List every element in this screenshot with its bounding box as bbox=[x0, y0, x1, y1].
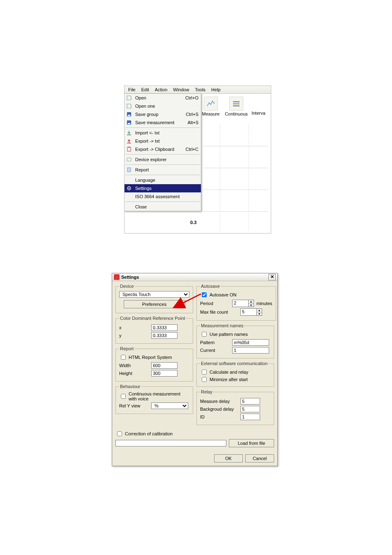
svg-rect-12 bbox=[127, 168, 131, 172]
file-close[interactable]: Close bbox=[125, 203, 201, 211]
chart-icon bbox=[204, 97, 218, 111]
bg-delay-input[interactable] bbox=[240, 406, 260, 412]
continuous-voice-checkbox[interactable]: Continuous measurement with voice bbox=[119, 391, 189, 401]
measurement-names-group: Measurement names Use pattern names Patt… bbox=[196, 323, 274, 358]
menu-edit[interactable]: Edit bbox=[138, 86, 152, 93]
menu-action[interactable]: Action bbox=[152, 86, 171, 93]
title-bar: Settings ✕ bbox=[112, 273, 277, 281]
svg-rect-2 bbox=[233, 105, 240, 106]
file-menu-dropdown: Open Ctrl+O Open one Save group Ctrl+S bbox=[124, 93, 201, 211]
relay-id-label: ID bbox=[200, 414, 238, 419]
spin-up-icon[interactable]: ▲ bbox=[249, 300, 254, 304]
file-open-one[interactable]: Open one bbox=[125, 102, 201, 110]
ok-button[interactable]: OK bbox=[214, 454, 243, 462]
cdrp-x-label: x bbox=[119, 325, 149, 330]
blank-icon bbox=[125, 204, 133, 210]
file-export-txt[interactable]: Export -> txt bbox=[125, 137, 201, 145]
report-legend: Report bbox=[119, 346, 134, 351]
autosave-on-checkbox[interactable]: Autosave ON bbox=[200, 291, 236, 298]
report-group: Report HTML Report System Width Height bbox=[115, 346, 193, 382]
autosave-legend: Autosave bbox=[200, 284, 221, 289]
file-export-clipboard[interactable]: Export -> Clipboard Ctrl+C bbox=[125, 145, 201, 153]
menu-help[interactable]: Help bbox=[208, 86, 224, 93]
autosave-max-spinner[interactable]: ▲▼ bbox=[240, 308, 262, 316]
file-device-explorer[interactable]: Device explorer bbox=[125, 155, 201, 164]
rely-select[interactable]: % bbox=[151, 402, 188, 409]
svg-rect-7 bbox=[127, 134, 131, 135]
save-icon bbox=[125, 119, 133, 126]
menu-file[interactable]: File bbox=[125, 86, 138, 93]
behaviour-group: Behaviour Continuous measurement with vo… bbox=[115, 384, 193, 414]
menu-tools[interactable]: Tools bbox=[192, 86, 208, 93]
blank-icon bbox=[125, 193, 133, 200]
export-icon bbox=[125, 138, 133, 144]
correction-checkbox[interactable]: Correction of calibration bbox=[115, 430, 173, 437]
autosave-period-spinner[interactable]: ▲▼ bbox=[232, 300, 254, 307]
measure-delay-input[interactable] bbox=[240, 398, 260, 405]
preferences-button[interactable]: Preferences bbox=[124, 300, 185, 308]
file-open[interactable]: Open Ctrl+O bbox=[125, 94, 201, 102]
current-input[interactable] bbox=[232, 347, 269, 354]
html-report-checkbox[interactable]: HTML Report System bbox=[119, 354, 172, 361]
load-from-file-button[interactable]: Load from file bbox=[229, 439, 274, 447]
measure-delay-label: Measure delay bbox=[200, 399, 238, 404]
cdrp-y-input[interactable] bbox=[151, 332, 178, 339]
report-height-label: Height bbox=[119, 371, 149, 376]
cdrp-x-input[interactable] bbox=[151, 324, 178, 331]
y-tick: 0.3 bbox=[190, 220, 196, 225]
measure-button[interactable]: Measure bbox=[199, 97, 222, 116]
device-icon bbox=[125, 156, 133, 163]
correction-path-input[interactable] bbox=[115, 440, 226, 446]
menu-window[interactable]: Window bbox=[170, 86, 192, 93]
measure-label: Measure bbox=[202, 111, 220, 116]
main-app-window: File Edit Action Window Tools Help Measu… bbox=[124, 86, 271, 234]
report-height-input[interactable] bbox=[151, 370, 178, 377]
file-save-measurement[interactable]: Save measurement Alt+S bbox=[125, 118, 201, 127]
spin-down-icon[interactable]: ▼ bbox=[257, 312, 262, 316]
svg-rect-11 bbox=[127, 158, 131, 161]
file-import-txt[interactable]: Import <- txt bbox=[125, 129, 201, 137]
document-icon bbox=[125, 103, 133, 109]
interval-button[interactable]: Interva bbox=[250, 97, 267, 116]
autosave-max-label: Max file count bbox=[200, 310, 238, 314]
svg-rect-6 bbox=[128, 123, 130, 124]
file-settings[interactable]: Settings bbox=[125, 184, 201, 192]
file-report[interactable]: Report bbox=[125, 166, 201, 174]
toolbar: Measure Continuous Interva bbox=[198, 95, 271, 116]
file-iso-assessment[interactable]: ISO 3664 assessment bbox=[125, 192, 201, 201]
settings-dialog: Settings ✕ Device Spectis Touch Preferen… bbox=[112, 273, 278, 466]
use-pattern-checkbox[interactable]: Use pattern names bbox=[200, 331, 248, 338]
relay-id-input[interactable] bbox=[240, 414, 260, 420]
current-label: Current bbox=[200, 348, 230, 353]
continuous-label: Continuous bbox=[225, 111, 248, 116]
spin-down-icon[interactable]: ▼ bbox=[249, 304, 254, 307]
autosave-period-unit: minutes bbox=[256, 301, 272, 306]
device-select[interactable]: Spectis Touch bbox=[119, 291, 189, 298]
continuous-button[interactable]: Continuous bbox=[225, 97, 248, 116]
stacked-chart-icon bbox=[229, 97, 243, 111]
svg-point-14 bbox=[129, 188, 130, 189]
device-group: Device Spectis Touch Preferences bbox=[115, 284, 193, 313]
document-icon bbox=[125, 95, 133, 101]
meas-names-legend: Measurement names bbox=[200, 323, 244, 328]
file-save-group[interactable]: Save group Ctrl+S bbox=[125, 110, 201, 118]
pattern-label: Pattern bbox=[200, 340, 230, 345]
svg-rect-4 bbox=[128, 115, 130, 116]
relay-group: Relay Measure delay Backgroud delay ID bbox=[196, 389, 274, 425]
chart-area: 0.3 bbox=[203, 125, 271, 233]
cancel-button[interactable]: Cancel bbox=[245, 454, 274, 462]
pattern-input[interactable] bbox=[232, 339, 269, 346]
autosave-period-label: Period bbox=[200, 301, 230, 306]
app-icon bbox=[114, 274, 120, 280]
gear-icon bbox=[125, 185, 133, 192]
import-icon bbox=[125, 130, 133, 136]
minimize-checkbox[interactable]: Minimize after start bbox=[200, 376, 248, 383]
report-width-input[interactable] bbox=[151, 362, 178, 369]
spin-up-icon[interactable]: ▲ bbox=[257, 309, 262, 312]
calc-relay-checkbox[interactable]: Calculate and relay bbox=[200, 368, 248, 376]
dialog-title: Settings bbox=[121, 275, 139, 280]
close-button[interactable]: ✕ bbox=[268, 274, 276, 280]
bg-delay-label: Backgroud delay bbox=[200, 407, 238, 412]
file-language[interactable]: Language bbox=[125, 176, 201, 184]
cdrp-y-label: y bbox=[119, 333, 149, 338]
